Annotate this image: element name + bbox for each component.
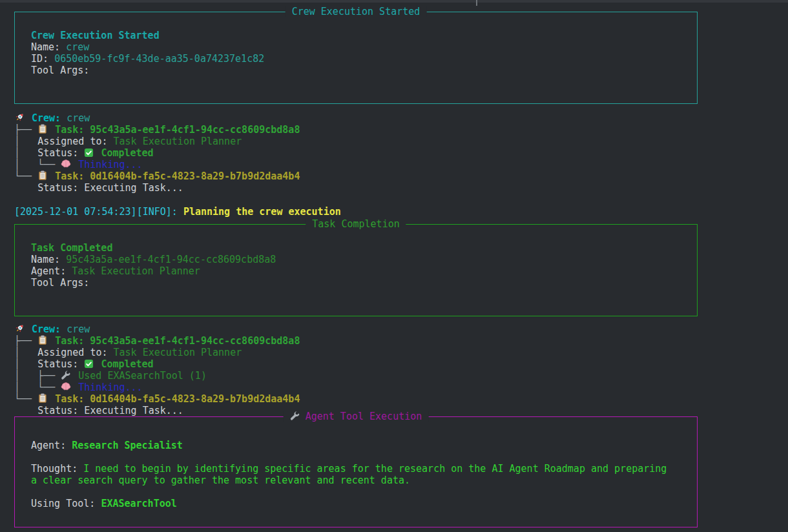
crew-tree-second: Crew: crew ├── Task: 95c43a5a-ee1f-4cf1-… (14, 323, 788, 416)
thinking-text: Thinking... (78, 159, 142, 170)
tree-thinking-row: │ └── Thinking... (14, 159, 788, 170)
tree-root: Crew: crew (14, 323, 788, 335)
task-id-text: Task: 0d16404b-fa5c-4823-8a29-b7b9d2daa4… (55, 170, 300, 182)
crew-label: Crew: (32, 112, 67, 124)
using-tool-line: Using Tool: EXASearchTool (31, 498, 681, 509)
status-label: Status: (37, 358, 84, 370)
thinking-text: Thinking... (78, 382, 142, 393)
agent-label: Agent: (31, 265, 72, 277)
tool-args-label: Tool Args: (31, 65, 681, 76)
tree-branch: │ ├── (14, 370, 61, 382)
status-value: Completed (101, 358, 153, 370)
crew-value: crew (67, 323, 90, 335)
tree-branch: │ (14, 147, 37, 159)
clipboard-icon (37, 393, 48, 404)
tree-task-row: └── Task: 0d16404b-fa5c-4823-8a29-b7b9d2… (14, 393, 788, 405)
terminal-screen[interactable]: Crew Execution Started Crew Execution St… (0, 0, 788, 527)
rocket-icon (14, 323, 25, 334)
task-name-line: Name: 95c43a5a-ee1f-4cf1-94cc-cc8609cbd8… (31, 254, 681, 265)
check-icon (84, 148, 94, 158)
blank-row (31, 486, 681, 498)
tree-status-row: Status: Executing Task... (14, 182, 788, 194)
task-completion-panel: Task Completion Task Completed Name: 95c… (14, 224, 698, 316)
tree-assigned-row: │ Assigned to: Task Execution Planner (14, 347, 788, 358)
tree-branch: └── (14, 393, 37, 405)
crew-tree-first: Crew: crew ├── Task: 95c43a5a-ee1f-4cf1-… (14, 112, 788, 194)
agent-value: Task Execution Planner (72, 265, 200, 277)
panel-border-title: Agent Tool Execution (284, 411, 429, 422)
assigned-label: Assigned to: (37, 347, 113, 358)
thought-label: Thought: (31, 463, 83, 475)
tree-branch: │ (14, 347, 37, 358)
name-label: Name: (31, 254, 66, 265)
top-divider-tick (476, 0, 477, 6)
agent-tool-execution-panel: Agent Tool Execution Agent: Research Spe… (14, 416, 698, 527)
clipboard-icon (37, 170, 48, 181)
wrench-icon (290, 411, 300, 421)
thought-line-2: a clear search query to gather the most … (31, 475, 681, 486)
thought-line-1: Thought: I need to begin by identifying … (31, 463, 681, 475)
blank-row (31, 451, 681, 463)
assigned-value: Task Execution Planner (114, 347, 242, 358)
task-id-text: Task: 95c43a5a-ee1f-4cf1-94cc-cc8609cbd8… (55, 335, 300, 347)
log-line: [2025-12-01 07:54:23][INFO]: Planning th… (0, 206, 788, 218)
crew-label: Crew: (32, 323, 67, 335)
tree-thinking-row: │ └── Thinking... (14, 382, 788, 393)
tree-branch: │ (14, 358, 37, 370)
brain-icon (61, 159, 71, 169)
thought-text: I need to begin by identifying specific … (83, 463, 667, 475)
panel-border-title-text: Agent Tool Execution (306, 411, 422, 422)
wrench-icon (61, 370, 71, 380)
crew-value: crew (67, 112, 90, 124)
tree-task-row: ├── Task: 95c43a5a-ee1f-4cf1-94cc-cc8609… (14, 124, 788, 136)
task-agent-line: Agent: Task Execution Planner (31, 265, 681, 277)
tree-branch: │ └── (14, 159, 61, 170)
check-icon (84, 359, 94, 369)
tree-branch: ├── (14, 124, 37, 136)
log-timestamp: [2025-12-01 07:54:23][INFO]: (14, 206, 183, 218)
assigned-label: Assigned to: (37, 136, 113, 147)
panel-heading: Crew Execution Started (31, 30, 681, 41)
agent-value: Research Specialist (72, 440, 183, 451)
agent-label: Agent: (31, 440, 72, 451)
brain-icon (61, 382, 71, 392)
status-value: Completed (101, 147, 153, 159)
tree-status-row: │ Status: Completed (14, 147, 788, 159)
clipboard-icon (37, 124, 48, 134)
crew-id-line: ID: 0650eb59-fc9f-43de-aa35-0a74237e1c82 (31, 53, 681, 65)
id-value: 0650eb59-fc9f-43de-aa35-0a74237e1c82 (54, 53, 264, 65)
panel-border-title: Crew Execution Started (285, 6, 427, 17)
panel-border-title: Task Completion (306, 218, 406, 230)
tree-indent (14, 182, 37, 194)
log-message: Planning the crew execution (183, 206, 341, 218)
tree-branch: │ └── (14, 382, 61, 393)
tree-branch: │ (14, 136, 37, 147)
tree-status-row: │ Status: Completed (14, 358, 788, 370)
using-tool-value: EXASearchTool (101, 498, 176, 509)
tree-used-tool-row: │ ├── Used EXASearchTool (1) (14, 370, 788, 382)
status-executing-text: Status: Executing Task... (37, 405, 183, 416)
tree-branch: ├── (14, 335, 37, 347)
crew-name-line: Name: crew (31, 41, 681, 53)
thought-text: a clear search query to gather the most … (31, 475, 410, 486)
name-value: crew (66, 41, 89, 53)
tree-assigned-row: │ Assigned to: Task Execution Planner (14, 136, 788, 147)
tree-branch: └── (14, 170, 37, 182)
tree-task-row: └── Task: 0d16404b-fa5c-4823-8a29-b7b9d2… (14, 170, 788, 182)
status-label: Status: (37, 147, 84, 159)
panel-heading: Task Completed (31, 242, 681, 254)
rocket-icon (14, 112, 25, 123)
task-id-text: Task: 0d16404b-fa5c-4823-8a29-b7b9d2daa4… (55, 393, 300, 405)
tree-task-row: ├── Task: 95c43a5a-ee1f-4cf1-94cc-cc8609… (14, 335, 788, 347)
tree-indent (14, 405, 37, 416)
assigned-value: Task Execution Planner (114, 136, 242, 147)
using-tool-label: Using Tool: (31, 498, 101, 509)
used-tool-text: Used EXASearchTool (1) (78, 370, 207, 382)
name-label: Name: (31, 41, 66, 53)
clipboard-icon (37, 335, 48, 345)
tool-args-label: Tool Args: (31, 277, 681, 289)
agent-line: Agent: Research Specialist (31, 440, 681, 451)
tree-root: Crew: crew (14, 112, 788, 124)
task-id-text: Task: 95c43a5a-ee1f-4cf1-94cc-cc8609cbd8… (55, 124, 300, 136)
status-executing-text: Status: Executing Task... (37, 182, 183, 194)
